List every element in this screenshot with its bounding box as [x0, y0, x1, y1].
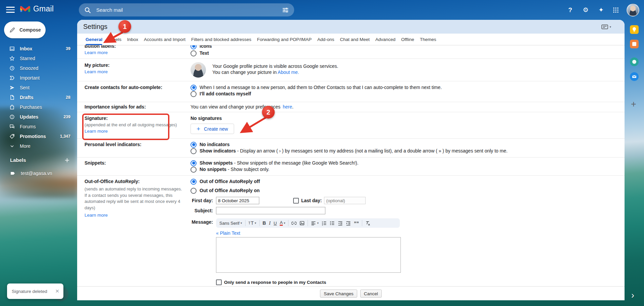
sidebar-item-forums[interactable]: Forums: [0, 122, 77, 131]
bullet-list-icon[interactable]: [330, 221, 335, 226]
row-button-labels: Button labels: Learn more Icons Text: [77, 45, 625, 59]
sidebar-item-updates[interactable]: Updates239: [0, 112, 77, 122]
font-select[interactable]: Sans Serif▾: [219, 221, 242, 226]
numbered-list-icon[interactable]: [322, 221, 327, 226]
subject-label: Subject:: [191, 208, 213, 213]
radio-text[interactable]: [191, 50, 197, 56]
sidebar-item-inbox[interactable]: Inbox39: [0, 44, 77, 53]
sidebar-item-starred[interactable]: Starred: [0, 53, 77, 63]
row-autoreply: Out-of-Office AutoReply: (sends an autom…: [77, 176, 625, 287]
compose-button[interactable]: Compose: [4, 21, 46, 38]
quote-icon[interactable]: ””: [354, 220, 359, 226]
inbox-icon: [9, 46, 15, 51]
image-icon[interactable]: [300, 221, 305, 226]
tab-add-ons[interactable]: Add-ons: [317, 34, 334, 45]
radio-no-snippets[interactable]: [191, 167, 197, 173]
contacts-only-checkbox[interactable]: [216, 279, 222, 285]
message-textarea[interactable]: [216, 237, 401, 273]
sidebar-item-more[interactable]: More: [0, 141, 77, 151]
plus-icon[interactable]: [64, 158, 70, 163]
tab-labels[interactable]: Labels: [108, 34, 121, 45]
learn-more-link[interactable]: Learn more: [85, 69, 108, 74]
align-icon[interactable]: ▾: [311, 221, 319, 226]
bold-icon[interactable]: B: [263, 220, 266, 226]
link-icon[interactable]: [291, 221, 297, 226]
draft-icon: [9, 95, 15, 100]
search-bar[interactable]: Search mail: [79, 3, 294, 16]
radio-icons[interactable]: [191, 45, 197, 49]
apps-grid-icon[interactable]: [612, 7, 619, 13]
display-density-icon: [601, 25, 608, 29]
text-color-icon[interactable]: A▾: [280, 221, 285, 226]
tab-chat-and-meet[interactable]: Chat and Meet: [340, 34, 370, 45]
autoreply-desc: (sends an automated reply to incoming me…: [85, 186, 182, 211]
italic-icon[interactable]: I: [269, 220, 271, 226]
search-icon[interactable]: [84, 7, 91, 13]
keep-icon[interactable]: [630, 25, 639, 34]
here-link[interactable]: here: [283, 104, 292, 110]
underline-icon[interactable]: U: [274, 221, 277, 226]
search-input[interactable]: Search mail: [96, 7, 282, 13]
tab-general[interactable]: General: [86, 34, 102, 45]
sidebar-item-purchases[interactable]: Purchases: [0, 102, 77, 112]
radio-no-indicators[interactable]: [191, 142, 197, 148]
sidebar-label-item[interactable]: test@agasa.vn: [0, 168, 77, 178]
save-changes-button[interactable]: Save Changes: [320, 290, 357, 298]
radio-show-snippets[interactable]: [191, 160, 197, 166]
toast-signature-deleted: Signature deleted ✕: [7, 283, 63, 299]
hamburger-menu-icon[interactable]: [6, 6, 15, 14]
create-new-signature-button[interactable]: + Create new: [191, 124, 234, 134]
tab-filters[interactable]: Filters and blocked addresses: [191, 34, 251, 45]
radio-show-indicators[interactable]: [191, 148, 197, 154]
radio-auto-add-contacts[interactable]: [191, 85, 197, 91]
tab-themes[interactable]: Themes: [420, 34, 436, 45]
last-day-input[interactable]: [324, 197, 366, 204]
last-day-checkbox[interactable]: [293, 198, 299, 204]
avatar[interactable]: [627, 4, 639, 16]
tab-accounts-and-import[interactable]: Accounts and Import: [144, 34, 185, 45]
expand-chevron-icon[interactable]: ›: [631, 290, 634, 301]
indent-icon[interactable]: [346, 221, 351, 226]
outdent-icon[interactable]: [338, 221, 343, 226]
text-size-icon[interactable]: TT▾: [249, 220, 256, 226]
sidebar-item-snoozed[interactable]: Snoozed: [0, 63, 77, 73]
clock-icon: [9, 65, 15, 71]
tab-forwarding[interactable]: Forwarding and POP/IMAP: [257, 34, 312, 45]
first-day-input[interactable]: [216, 197, 259, 204]
radio-autoreply-off[interactable]: [191, 179, 197, 185]
sidebar-item-promotions[interactable]: Promotions1,347: [0, 131, 77, 141]
gear-icon[interactable]: ⚙: [582, 6, 590, 14]
settings-footer: Save Changes Cancel: [77, 287, 625, 300]
profile-picture[interactable]: [191, 62, 206, 78]
help-icon[interactable]: ?: [566, 6, 574, 14]
sparkle-icon[interactable]: ✦: [597, 6, 605, 14]
learn-more-link[interactable]: Learn more: [85, 213, 108, 218]
tab-inbox[interactable]: Inbox: [127, 34, 138, 45]
addon-blue-icon[interactable]: [630, 72, 639, 81]
radio-autoreply-on[interactable]: [191, 188, 197, 194]
message-format-toolbar: Sans Serif▾ TT▾ B I U A▾: [216, 218, 400, 228]
clear-format-icon[interactable]: [365, 221, 370, 226]
tune-filters-icon[interactable]: [282, 7, 289, 13]
addon-teal-icon[interactable]: [630, 57, 639, 66]
learn-more-link[interactable]: Learn more: [85, 50, 108, 55]
subject-input[interactable]: [216, 207, 325, 214]
close-icon[interactable]: ✕: [55, 288, 59, 294]
plain-text-link[interactable]: « Plain Text: [216, 230, 240, 236]
radio-add-contacts-myself[interactable]: [191, 91, 197, 97]
send-icon: [9, 85, 15, 90]
get-addons-icon[interactable]: +: [631, 100, 636, 109]
sidebar-item-drafts[interactable]: Drafts28: [0, 92, 77, 102]
row-my-picture: My picture: Learn more Your Google profi…: [77, 59, 625, 81]
addon-orange-icon[interactable]: [630, 40, 639, 48]
tab-offline[interactable]: Offline: [401, 34, 414, 45]
display-density-control[interactable]: ▾: [601, 25, 611, 29]
about-me-link[interactable]: About me.: [278, 70, 299, 75]
tab-advanced[interactable]: Advanced: [375, 34, 395, 45]
cancel-button[interactable]: Cancel: [360, 290, 382, 298]
picture-info-line2: You can change your picture in About me.: [212, 69, 338, 75]
sidebar-item-important[interactable]: Important: [0, 73, 77, 83]
row-indicators: Personal level indicators: No indicators…: [77, 139, 625, 158]
sidebar-item-sent[interactable]: Sent: [0, 83, 77, 92]
learn-more-link[interactable]: Learn more: [85, 129, 108, 134]
